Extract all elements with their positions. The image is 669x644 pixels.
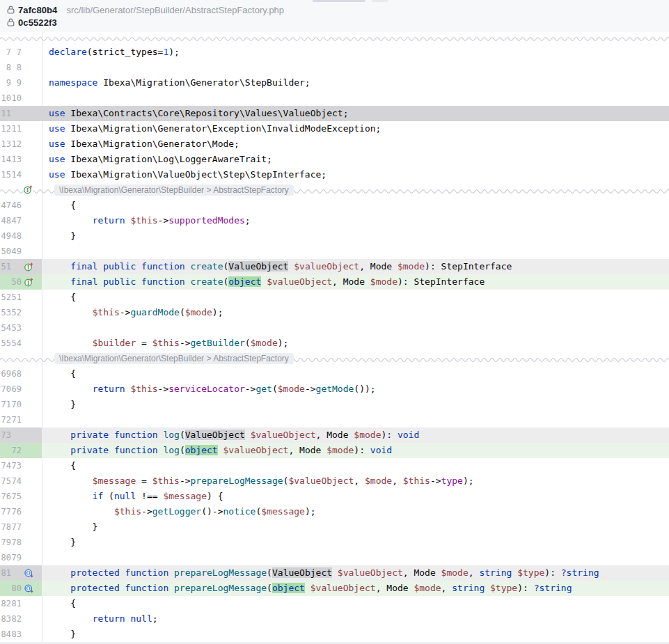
code-line[interactable]: $this->guardMode($mode); [42,305,669,320]
code-line[interactable]: use Ibexa\Contracts\Core\Repository\Valu… [42,106,669,121]
old-line-number: 51 [0,259,11,274]
code-line[interactable]: } [42,535,669,550]
code-line[interactable]: { [42,198,669,213]
old-line-number: 15 [0,167,11,182]
code-token [245,430,251,440]
old-line-number: 72 [0,412,11,427]
new-line-number: 49 [11,244,22,259]
old-line-number: 54 [0,320,11,336]
gutter-spacer [22,535,42,550]
implements-icon[interactable]: I [23,184,33,195]
code-token [512,567,517,578]
code-token: declare [49,47,87,57]
svg-text:I: I [27,279,29,285]
code-line[interactable]: return $this->serviceLocator->get($mode-… [42,382,669,397]
code-token: function [125,583,169,593]
code-token: ); [212,307,223,317]
code-line[interactable]: { [42,458,669,473]
code-line[interactable]: } [42,397,669,412]
code-token [185,261,191,272]
overridden-icon[interactable]: O [24,568,34,579]
wave-separator-line [0,35,669,42]
code-token [49,583,70,593]
code-line[interactable]: return null; [42,611,669,627]
code-token: ): [381,430,397,440]
code-line[interactable]: use Ibexa\Migration\Generator\Mode; [42,136,669,152]
code-line[interactable]: if (null !== $message) { [42,489,669,504]
code-line[interactable] [42,60,669,75]
code-token: ( [245,338,251,348]
implements-icon[interactable]: I [24,277,34,288]
code-token: create [191,261,223,272]
code-token: ( [103,491,114,501]
code-line[interactable] [42,412,669,427]
code-line[interactable]: { [42,290,669,305]
code-token: ); [168,47,180,57]
gutter-spacer [22,458,42,473]
old-line-number: 11 [0,106,11,121]
code-token: { [49,460,76,471]
diff-row-removed: 51I final public function create(ValueOb… [0,259,669,274]
new-line-number: 79 [11,550,22,565]
code-line[interactable]: declare(strict_types=1); [42,45,669,60]
implements-icon[interactable]: I [24,262,34,272]
code-line[interactable]: } [42,519,669,535]
code-token [136,261,141,272]
code-token: } [49,629,76,639]
code-token [49,276,70,287]
code-line[interactable]: } [42,228,669,244]
code-token [120,583,125,593]
code-line[interactable]: $builder = $this->getBuilder($mode); [42,336,669,351]
cropped-tab-fragment [372,0,388,2]
code-token: getMode [316,384,354,394]
code-token [185,276,191,287]
collapsed-region-separator[interactable] [0,32,669,45]
code-token: $this [152,338,180,348]
code-line[interactable]: $this->getLogger()->notice($message); [42,504,669,519]
svg-text:O: O [26,585,31,591]
code-line[interactable]: use Ibexa\Migration\Log\LoggerAwareTrait… [42,152,669,167]
code-line[interactable] [42,244,669,259]
code-line[interactable]: } [42,627,669,642]
code-line[interactable]: $message = $this->prepareLogMessage($val… [42,473,669,489]
diff-content[interactable]: 77declare(strict_types=1);8899namespace … [0,32,669,644]
code-line[interactable]: use Ibexa\Migration\Generator\Exception\… [42,121,669,136]
diff-row: 4847 return $this->supportedModes; [0,213,669,228]
code-token: ): StepInterface [425,261,512,272]
code-line[interactable]: { [42,596,669,611]
diff-row: 7574 $message = $this->prepareLogMessage… [0,473,669,489]
overridden-icon[interactable]: O [24,583,34,594]
diff-viewer: 7afc80b4 src/lib/Generator/StepBuilder/A… [0,0,669,644]
code-line[interactable]: protected function prepareLogMessage(obj… [42,581,669,596]
code-line[interactable]: use Ibexa\Migration\ValueObject\Step\Ste… [42,167,669,182]
code-token: } [49,537,76,547]
code-line[interactable]: private function log(object $valueObject… [42,443,669,458]
gutter-spacer [22,550,42,565]
code-line[interactable]: return $this->supportedModes; [42,213,669,228]
collapsed-region-separator[interactable]: \Ibexa\Migration\Generator\StepBuilder >… [0,351,669,366]
old-line-number: 76 [0,489,11,504]
code-line[interactable]: namespace Ibexa\Migration\Generator\Step… [42,75,669,91]
diff-row: 5453 [0,320,669,336]
code-line[interactable] [42,550,669,565]
code-line[interactable] [42,320,669,336]
diff-row: 7069 return $this->serviceLocator->get($… [0,382,669,397]
diff-row: 1413use Ibexa\Migration\Log\LoggerAwareT… [0,152,669,167]
code-line[interactable]: { [42,366,669,382]
code-line[interactable]: final public function create(ValueObject… [42,259,669,274]
new-line-number: 9 [11,75,22,91]
old-line-number: 82 [0,596,11,611]
diff-row: 5352 $this->guardMode($mode); [0,305,669,320]
code-token: $valueObject [338,567,403,578]
gutter-spacer [22,305,42,320]
code-token: -> [245,384,256,394]
code-line[interactable]: protected function prepareLogMessage(Val… [42,565,669,581]
code-line[interactable]: private function log(ValueObject $valueO… [42,427,669,443]
collapsed-region-separator[interactable]: I\Ibexa\Migration\Generator\StepBuilder … [0,182,669,198]
code-line[interactable]: final public function create(object $val… [42,274,669,290]
new-line-number: 51 [11,290,22,305]
old-line-number: 80 [0,550,11,565]
code-line[interactable] [42,91,669,106]
code-token: $valueObject [251,430,316,440]
code-token [168,567,174,578]
